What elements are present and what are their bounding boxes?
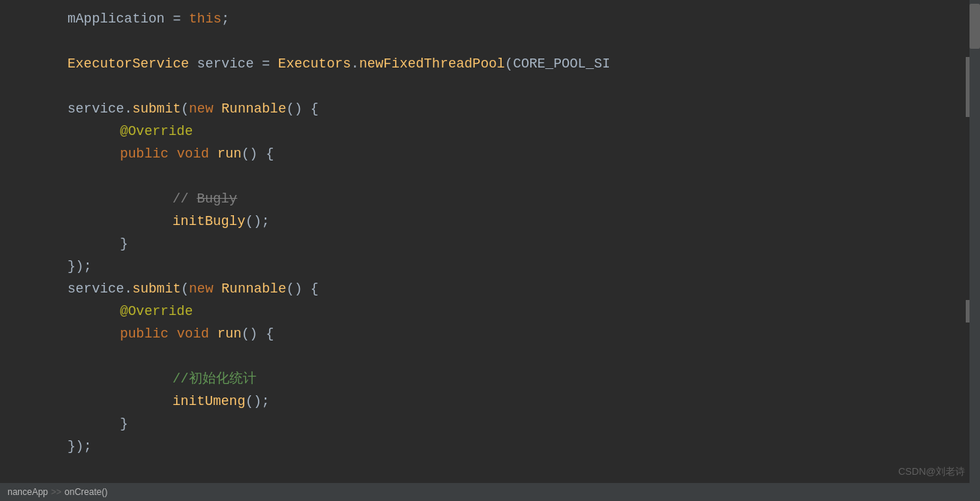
- code-token: [213, 98, 221, 119]
- code-token: (: [181, 98, 189, 119]
- code-editor: mApplication = this; ExecutorService ser…: [0, 0, 980, 501]
- code-line-8: // Bugly: [0, 188, 980, 210]
- code-line-11: });: [0, 255, 980, 278]
- code-line-10: }: [0, 232, 980, 255]
- code-token: //初始化统计: [172, 368, 256, 389]
- code-token: (CORE_POOL_SI: [505, 53, 610, 74]
- code-token: [169, 323, 177, 344]
- code-line-17: initUmeng();: [0, 390, 980, 412]
- code-token: });: [67, 436, 91, 457]
- code-token: [169, 143, 177, 164]
- status-bar-left: nanceApp >> onCreate(): [7, 487, 107, 497]
- code-line-15: [0, 345, 980, 368]
- code-token: service =: [189, 53, 278, 74]
- code-token: @Override: [120, 121, 193, 142]
- code-token: Runnable: [221, 278, 286, 299]
- code-token: [213, 278, 221, 299]
- scroll-indicator-2: [966, 300, 970, 322]
- code-area: mApplication = this; ExecutorService ser…: [0, 0, 980, 465]
- code-line-18: }: [0, 412, 980, 435]
- code-token: @Override: [120, 301, 193, 322]
- code-token: .: [124, 98, 133, 119]
- code-token: submit: [132, 278, 181, 299]
- code-token: new: [189, 98, 213, 119]
- code-line-6: public void run() {: [0, 142, 980, 165]
- code-line-3: [0, 75, 980, 98]
- code-token: ();: [245, 211, 269, 232]
- status-bar: nanceApp >> onCreate(): [0, 483, 980, 501]
- code-line-2: ExecutorService service = Executors.newF…: [0, 52, 980, 75]
- breadcrumb-separator: >>: [51, 487, 61, 497]
- code-line-12: service.submit(new Runnable() {: [0, 278, 980, 300]
- code-token: new: [189, 278, 213, 299]
- code-token: });: [67, 256, 91, 277]
- code-token: ;: [221, 8, 229, 29]
- code-token: Runnable: [221, 98, 286, 119]
- code-line-14: public void run() {: [0, 322, 980, 345]
- code-line-5: @Override: [0, 120, 980, 142]
- code-token: () {: [241, 323, 274, 344]
- watermark: CSDN@刘老诗: [898, 465, 965, 478]
- code-token: service: [67, 278, 124, 299]
- code-token: initBugly: [172, 211, 245, 232]
- vertical-scrollbar[interactable]: [970, 0, 980, 501]
- code-token: Executors: [278, 53, 351, 74]
- code-line-0: mApplication = this;: [0, 8, 980, 30]
- code-token: this: [189, 8, 221, 29]
- code-token: .: [124, 278, 133, 299]
- file-name: nanceApp: [7, 487, 48, 497]
- code-token: }: [120, 233, 128, 254]
- code-line-16: //初始化统计: [0, 368, 980, 390]
- code-token: [209, 143, 217, 164]
- code-token: void: [177, 323, 209, 344]
- code-token: [209, 323, 217, 344]
- code-line-7: [0, 165, 980, 188]
- code-token: public: [120, 143, 169, 164]
- code-line-19: });: [0, 435, 980, 458]
- code-token: ();: [245, 391, 269, 412]
- code-token: =: [165, 8, 189, 29]
- scroll-indicator-1: [966, 57, 970, 117]
- code-token: () {: [286, 98, 319, 119]
- code-line-1: [0, 30, 980, 52]
- scrollbar-thumb[interactable]: [970, 4, 980, 49]
- code-token: ExecutorService: [67, 53, 189, 74]
- code-token: void: [177, 143, 209, 164]
- code-token: () {: [286, 278, 319, 299]
- code-token: .: [351, 53, 359, 74]
- code-token: Bugly: [196, 188, 237, 209]
- code-line-4: service.submit(new Runnable() {: [0, 98, 980, 120]
- code-line-9: initBugly();: [0, 210, 980, 232]
- code-token: () {: [241, 143, 274, 164]
- code-token: (: [181, 278, 189, 299]
- code-line-13: @Override: [0, 300, 980, 322]
- code-token: newFixedThreadPool: [359, 53, 505, 74]
- code-token: run: [217, 323, 241, 344]
- code-token: public: [120, 323, 169, 344]
- code-token: }: [120, 413, 128, 434]
- code-token: service: [67, 98, 124, 119]
- method-name: onCreate(): [64, 487, 107, 497]
- code-token: initUmeng: [172, 391, 245, 412]
- code-token: //: [172, 188, 196, 209]
- code-token: run: [217, 143, 241, 164]
- code-token: mApplication: [67, 8, 165, 29]
- code-token: submit: [132, 98, 181, 119]
